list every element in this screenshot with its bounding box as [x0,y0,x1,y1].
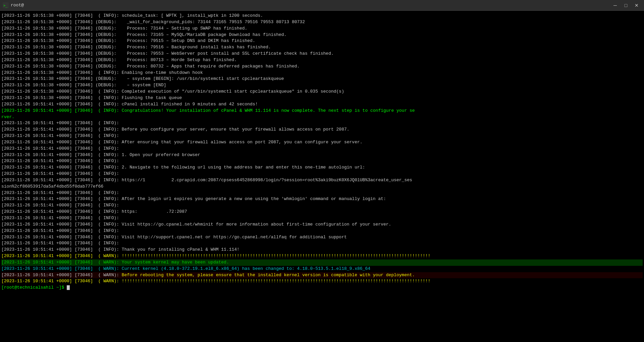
terminal-line: [2023-11-26 10:51:41 +0000] [73046] ( IN… [1,222,643,228]
terminal-line: [2023-11-26 10:51:41 +0000] [73046] ( IN… [1,190,643,196]
terminal-line: [2023-11-26 10:51:41 +0000] [73046] ( IN… [1,228,643,234]
terminal-line: [2023-11-26 10:51:41 +0000] [73046] ( IN… [1,196,643,202]
terminal-line: [2023-11-26 10:51:38 +0000] [73046] ( IN… [1,89,643,95]
terminal-line: [2023-11-26 10:51:38 +0000] [73046] (DEB… [1,32,643,38]
terminal-line: [2023-11-26 10:51:41 +0000] [73046] ( IN… [1,209,643,215]
terminal-line: [2023-11-26 10:51:41 +0000] [73046] ( WA… [1,266,643,272]
terminal-line: sion%2cf86053917da5af4dbd55f0dab777ef66 [1,184,643,190]
terminal-line: [2023-11-26 10:51:38 +0000] [73046] (DEB… [1,44,643,51]
close-button[interactable]: ✕ [632,2,641,9]
terminal-line: [2023-11-26 10:51:41 +0000] [73046] ( IN… [1,164,643,171]
terminal-line: [2023-11-26 10:51:41 +0000] [73046] ( IN… [1,171,643,177]
terminal-line: [2023-11-26 10:51:38 +0000] [73046] ( IN… [1,13,643,19]
terminal-line: rver. [1,114,643,120]
terminal-line: [2023-11-26 10:51:41 +0000] [73046] ( IN… [1,146,643,152]
titlebar-title: root@ [11,3,24,8]
terminal-line: [2023-11-26 10:51:38 +0000] [73046] ( IN… [1,95,643,101]
terminal-line: [2023-11-26 10:51:38 +0000] [73046] ( IN… [1,70,643,76]
terminal-line: [2023-11-26 10:51:38 +0000] [73046] (DEB… [1,76,643,82]
terminal-line: [2023-11-26 10:51:41 +0000] [73046] ( IN… [1,247,643,253]
terminal-line: [2023-11-26 10:51:41 +0000] [73046] ( WA… [1,272,643,279]
terminal-line: [2023-11-26 10:51:41 +0000] [73046] ( IN… [1,240,643,247]
terminal-line: [2023-11-26 10:51:38 +0000] [73046] (DEB… [1,63,643,70]
terminal-line: [2023-11-26 10:51:41 +0000] [73046] ( IN… [1,133,643,139]
terminal-line: [2023-11-26 10:51:38 +0000] [73046] (DEB… [1,51,643,57]
terminal-output[interactable]: [2023-11-26 10:51:38 +0000] [73046] ( IN… [0,11,644,342]
terminal-line: [2023-11-26 10:51:41 +0000] [73046] ( IN… [1,215,643,222]
terminal-line: [2023-11-26 10:51:41 +0000] [73046] ( IN… [1,139,643,146]
terminal-line: [2023-11-26 10:51:38 +0000] [73046] (DEB… [1,19,643,26]
terminal-line: [2023-11-26 10:51:38 +0000] [73046] (DEB… [1,82,643,89]
terminal-line: [2023-11-26 10:51:38 +0000] [73046] (DEB… [1,57,643,63]
titlebar-left: >_ root@ [3,2,24,8]
titlebar: >_ root@ ─ □ ✕ [0,0,644,11]
minimize-button[interactable]: ─ [610,2,620,9]
terminal-line: [2023-11-26 10:51:41 +0000] [73046] ( WA… [1,259,643,266]
terminal-line: [2023-11-26 10:51:38 +0000] [73046] (DEB… [1,26,643,32]
terminal-window: >_ root@ ─ □ ✕ [2023-11-26 10:51:38 +000… [0,0,644,342]
terminal-line: [2023-11-26 10:51:41 +0000] [73046] ( IN… [1,101,643,108]
terminal-line: [2023-11-26 10:51:41 +0000] [73046] ( IN… [1,202,643,209]
terminal-line: [2023-11-26 10:51:41 +0000] [73046] ( IN… [1,177,643,184]
terminal-line: [2023-11-26 10:51:41 +0000] [73046] ( IN… [1,152,643,158]
terminal-line: [2023-11-26 10:51:41 +0000] [73046] ( IN… [1,127,643,133]
titlebar-controls: ─ □ ✕ [610,2,641,9]
svg-text:>_: >_ [3,4,8,8]
terminal-line: [2023-11-26 10:51:41 +0000] [73046] ( WA… [1,253,643,259]
terminal-icon: >_ [3,2,9,8]
terminal-line: [2023-11-26 10:51:41 +0000] [73046] ( IN… [1,158,643,164]
maximize-button[interactable]: □ [621,2,631,9]
terminal-line: [2023-11-26 10:51:38 +0000] [73046] (DEB… [1,38,643,44]
terminal-line: [2023-11-26 10:51:41 +0000] [73046] ( IN… [1,108,643,114]
terminal-line: [2023-11-26 10:51:41 +0000] [73046] ( WA… [1,278,643,285]
terminal-line: [2023-11-26 10:51:41 +0000] [73046] ( IN… [1,120,643,127]
terminal-line: [2023-11-26 10:51:41 +0000] [73046] ( IN… [1,234,643,241]
terminal-line: [root@technicalsahil ~]$ [1,285,643,291]
